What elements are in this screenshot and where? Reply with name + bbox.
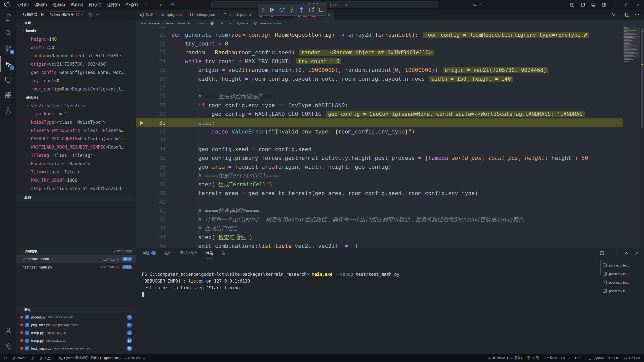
breadcrumb-item[interactable]: rooms <box>196 21 205 25</box>
menu-item[interactable]: 编辑(E) <box>31 2 50 8</box>
gutter[interactable]: 41 <box>136 206 169 215</box>
activity-testing[interactable] <box>0 103 16 119</box>
run-python-file-icon[interactable] <box>611 12 616 17</box>
start-debug-icon[interactable] <box>40 12 45 17</box>
terminal-session[interactable]: pocketpy te… <box>602 261 641 269</box>
variable-row[interactable]: origin = vec2i(7205730, 9024468) <box>16 60 136 68</box>
status-remote-indicator[interactable] <box>2 354 10 362</box>
panel-tab-调试控制台[interactable]: 调试控制台 <box>180 248 198 258</box>
code-line[interactable]: 33 <box>136 136 623 145</box>
variable-row[interactable]: try_count = 0 <box>16 76 136 85</box>
variable-row[interactable]: DEFAULT_GEO_CONFIG = GeoConfig(seed=1… <box>16 134 136 143</box>
terminal-session[interactable]: pocketpy te… <box>602 287 641 295</box>
gutter[interactable]: 21 <box>136 30 169 39</box>
variable-row[interactable]: Tile = <class 'Tile'> <box>16 168 136 176</box>
chevron-down-icon[interactable] <box>606 252 609 255</box>
code-line[interactable]: 27 <box>136 83 623 92</box>
variable-row[interactable]: TileTag = <class 'TileTag'> <box>16 151 136 159</box>
maximize-panel-icon[interactable] <box>624 251 629 255</box>
tab-settings.json[interactable]: {}settings.json <box>186 10 219 20</box>
menu-item[interactable]: 转到(G) <box>86 2 104 8</box>
code-editor[interactable]: 2021def generate_room(room_config: RoomR… <box>136 27 644 248</box>
status-git-sync[interactable] <box>28 354 36 362</box>
minimap[interactable] <box>623 27 640 64</box>
call-stack-header[interactable]: 调用堆栈 因 step 已暂停 <box>16 248 136 255</box>
menu-item[interactable]: 选择(S) <box>50 2 68 8</box>
debug-config-select[interactable]: Python 调试程序: 启 <box>47 11 86 18</box>
minimize-button[interactable]: ─ <box>609 0 621 10</box>
code-line[interactable]: 26 width, height = room_config.layout.n_… <box>136 74 623 83</box>
editor-scrollbar[interactable] <box>640 27 644 248</box>
toggle-secondary-sidebar-icon[interactable] <box>602 3 606 7</box>
gutter[interactable]: 37 <box>136 171 169 180</box>
status-encoding[interactable]: UTF-8 <box>559 354 573 362</box>
code-line[interactable]: 34 geo_config.seed = room_config.seed <box>136 145 623 154</box>
gutter[interactable]: 27 <box>136 83 169 92</box>
breakpoint-row[interactable]: ✓test_math.pysite-packages\terrain_res…1… <box>16 344 136 352</box>
terminal-session[interactable]: pocketpy te… <box>602 269 641 278</box>
panel-tab-端口[interactable]: 端口 <box>222 248 229 258</box>
status-git-branch[interactable]: main* <box>10 354 28 362</box>
code-line[interactable]: 45 exit_combinations:list[tuple[vec2i, v… <box>136 242 623 248</box>
breakpoint-row[interactable]: ✓temp.pysite-packages1 <box>16 329 136 337</box>
variable-row[interactable]: Random = <class 'Random'> <box>16 159 136 168</box>
variable-row[interactable]: vec2i = <class 'vec2i'> <box>16 101 136 110</box>
gutter[interactable]: 29 <box>136 101 169 110</box>
variables-header[interactable]: 变量 <box>16 20 136 27</box>
code-line[interactable]: 42 # 计算每一个出口的中心，然后使用astar生成路径，确保每一个出口组合都… <box>136 215 623 224</box>
code-line[interactable]: 23 random = Random(room_config.seed)rand… <box>136 48 623 57</box>
activity-explorer[interactable] <box>0 10 16 25</box>
breadcrumb-item[interactable]: terrain_research <box>166 21 190 25</box>
scope-locals[interactable]: locals <box>16 27 136 35</box>
code-line[interactable]: 32 raise ValueError(f"Invalid env type: … <box>136 127 623 136</box>
variable-row[interactable]: random = <Random object at 0x1bf9d01e… <box>16 52 136 60</box>
breakpoint-row[interactable]: ✓temp.pysite-packages58 <box>16 337 136 344</box>
status-language-mode[interactable]: {}Python <box>586 354 606 362</box>
forward-icon[interactable] <box>170 2 175 7</box>
code-line[interactable]: 35 geo_config.primary_forces.geothermal_… <box>136 154 623 162</box>
breakpoint-margin[interactable] <box>136 121 148 125</box>
variable-row[interactable]: NoiseType = <class 'NoiseType'> <box>16 118 136 126</box>
code-line[interactable]: 40 <box>136 198 623 206</box>
panel-tab-问题[interactable]: 问题3 <box>142 248 156 258</box>
breadcrumb-item[interactable]: Pylance <box>236 21 248 25</box>
code-line[interactable]: 24 while try_count < MAX_TRY_COUNT:try_c… <box>136 57 623 66</box>
menu-item[interactable]: 查看(V) <box>68 2 86 8</box>
gutter[interactable]: 36 <box>136 162 169 171</box>
variable-row[interactable]: WASTELAND_ROOM_REQUEST_CONFIG = RoomR… <box>16 143 136 151</box>
terminal[interactable]: PS C:\computer_science\godot-ldtk\site-p… <box>136 258 601 354</box>
gutter[interactable]: 28 <box>136 92 169 101</box>
close-button[interactable]: × <box>632 0 644 10</box>
code-line[interactable]: 20 <box>136 27 623 30</box>
gutter[interactable]: 39 <box>136 189 169 198</box>
variable-row[interactable]: PlanetaryWindConfig = <class 'Planeta… <box>16 126 136 134</box>
checkbox-checked[interactable]: ✓ <box>25 346 29 350</box>
gutter[interactable]: 22 <box>136 39 169 48</box>
gutter[interactable]: 33 <box>136 136 169 145</box>
status-python-version[interactable]: 3.10.10 <box>606 354 621 362</box>
panel-tab-终端[interactable]: 终端 <box>206 248 213 258</box>
gutter[interactable]: 25 <box>136 66 169 74</box>
split-terminal-icon[interactable] <box>600 251 604 255</box>
tab-launch.json[interactable]: {}launch.jsonU <box>219 10 255 20</box>
back-icon[interactable] <box>159 2 164 7</box>
terminal-scrollbar[interactable] <box>600 260 601 275</box>
gutter[interactable]: 30 <box>136 110 169 118</box>
copilot-menu[interactable] <box>473 2 482 7</box>
scope-globals[interactable]: globals <box>16 93 136 101</box>
more-actions-icon[interactable]: ⋯ <box>614 250 619 256</box>
watch-header[interactable]: 监视 <box>16 194 136 201</box>
gutter[interactable]: 32 <box>136 127 169 136</box>
status-cursor-position[interactable]: 行 31, 列 1 <box>524 354 544 362</box>
code-line[interactable]: 30 geo_config = WASTELAND_GEO_CONFIGgeo_… <box>136 110 623 118</box>
step-over-button[interactable] <box>279 7 285 13</box>
scrollbar-thumb[interactable] <box>641 28 643 128</box>
code-line[interactable]: 44 step("检查连通性") <box>136 233 623 242</box>
code-line[interactable]: 43 # 生成出口组合 <box>136 224 623 233</box>
code-line[interactable]: 31 else: <box>136 118 623 127</box>
checkbox-checked[interactable]: ✓ <box>25 339 29 343</box>
variable-row[interactable]: __package__ = '' <box>16 110 136 118</box>
status-go-live[interactable]: Go Live <box>621 354 642 362</box>
gutter[interactable]: 31 <box>136 118 169 127</box>
code-line[interactable]: 39 terrain_area = geo_area_to_terrain(ge… <box>136 189 623 198</box>
